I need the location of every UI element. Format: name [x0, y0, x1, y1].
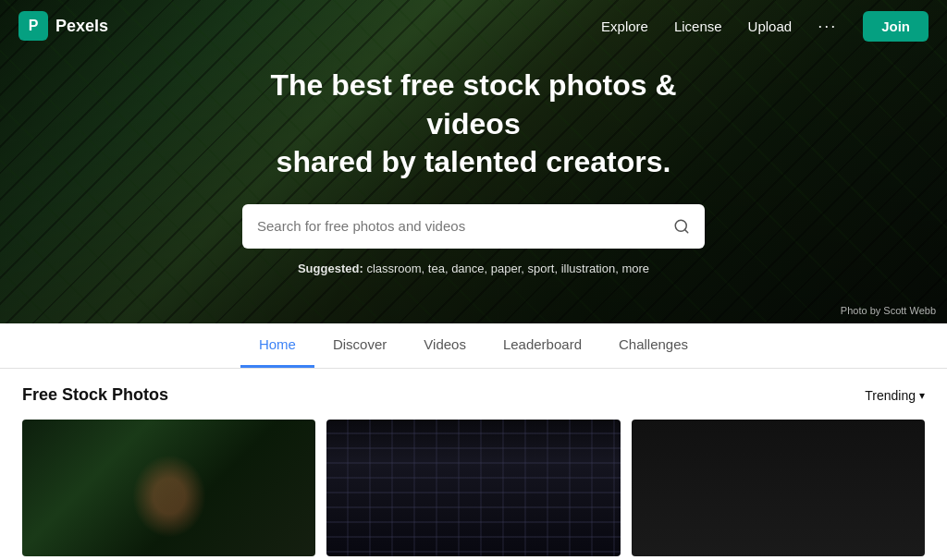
logo-link[interactable]: P Pexels: [18, 11, 108, 41]
suggested-terms: classroom, tea, dance, paper, sport, ill…: [366, 262, 649, 275]
nav-links: Explore License Upload ··· Join: [601, 11, 929, 42]
logo-icon: P: [18, 11, 48, 41]
tab-videos[interactable]: Videos: [405, 323, 485, 368]
tabs-container: Home Discover Videos Leaderboard Challen…: [0, 323, 947, 369]
tab-home[interactable]: Home: [240, 323, 314, 368]
nav-more-dots[interactable]: ···: [818, 17, 837, 36]
section-header: Free Stock Photos Trending ▾: [22, 385, 925, 405]
suggested-label: Suggested:: [298, 262, 363, 275]
photo-credit: Photo by Scott Webb: [841, 305, 936, 316]
section-title: Free Stock Photos: [22, 385, 168, 405]
search-icon: [673, 218, 690, 235]
photo-card[interactable]: [632, 420, 925, 556]
tab-challenges[interactable]: Challenges: [600, 323, 707, 368]
tab-leaderboard[interactable]: Leaderboard: [485, 323, 600, 368]
free-stock-photos-section: Free Stock Photos Trending ▾: [0, 369, 947, 556]
tab-discover[interactable]: Discover: [314, 323, 405, 368]
search-input[interactable]: [257, 218, 673, 234]
photo-grid: [22, 420, 925, 556]
svg-line-1: [684, 229, 687, 232]
navbar: P Pexels Explore License Upload ··· Join: [0, 0, 947, 52]
chevron-down-icon: ▾: [919, 389, 925, 402]
hero-section: P Pexels Explore License Upload ··· Join…: [0, 0, 947, 323]
nav-license[interactable]: License: [674, 18, 722, 34]
trending-label: Trending: [865, 388, 916, 403]
photo-card[interactable]: [22, 420, 315, 556]
suggested-terms-row: Suggested: classroom, tea, dance, paper,…: [298, 262, 649, 275]
tabs-nav: Home Discover Videos Leaderboard Challen…: [240, 323, 707, 368]
nav-explore[interactable]: Explore: [601, 18, 648, 34]
join-button[interactable]: Join: [863, 11, 929, 42]
photo-card[interactable]: [326, 420, 620, 556]
search-bar: [242, 204, 705, 249]
nav-upload[interactable]: Upload: [748, 18, 793, 34]
hero-title: The best free stock photos & videos shar…: [233, 67, 714, 182]
search-button[interactable]: [673, 218, 690, 235]
trending-button[interactable]: Trending ▾: [865, 388, 925, 403]
brand-name: Pexels: [55, 17, 108, 36]
